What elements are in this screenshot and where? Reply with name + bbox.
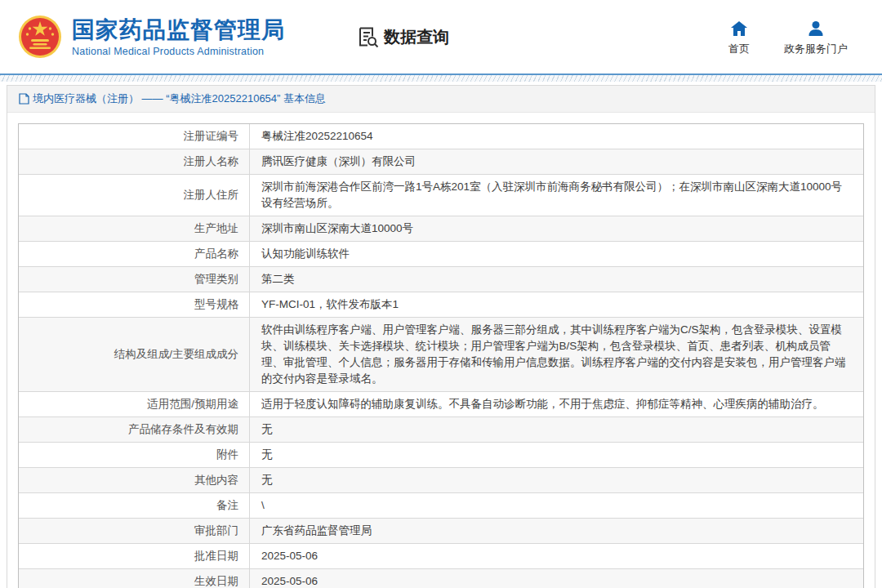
data-query-label: 数据查询 [384, 26, 449, 48]
content-panel: 境内医疗器械（注册） —— “粤械注准20252210654” 基本信息 注册证… [7, 85, 875, 588]
national-emblem-icon [18, 15, 62, 59]
table-row: 生效日期 2025-05-06 [19, 569, 863, 588]
table-row: 注册人住所 深圳市前海深港合作区前湾一路1号A栋201室（入驻深圳市前海商务秘书… [19, 175, 863, 216]
field-value: YF-MCI-01，软件发布版本1 [250, 292, 863, 317]
registration-info-table: 注册证编号 粤械注准20252210654 注册人名称 腾讯医疗健康（深圳）有限… [18, 123, 864, 588]
field-label: 管理类别 [19, 267, 250, 292]
field-value: 2025-05-06 [250, 569, 863, 588]
field-label: 其他内容 [19, 468, 250, 492]
field-label: 备注 [19, 493, 250, 518]
org-title-en: National Medical Products Administration [72, 46, 285, 57]
field-value: 无 [250, 468, 863, 492]
page-icon [19, 93, 29, 105]
field-value: \ [250, 493, 863, 518]
field-value: 软件由训练程序客户端、用户管理客户端、服务器三部分组成，其中训练程序客户端为C/… [250, 318, 863, 391]
field-label: 批准日期 [19, 544, 250, 568]
field-value: 腾讯医疗健康（深圳）有限公司 [250, 149, 863, 174]
field-label: 适用范围/预期用途 [19, 392, 250, 416]
field-label: 生效日期 [19, 569, 250, 588]
field-value: 2025-05-06 [250, 544, 863, 568]
header-logo[interactable]: 国家药品监督管理局 National Medical Products Admi… [18, 15, 285, 59]
nav-portal-label: 政务服务门户 [784, 42, 848, 56]
field-value: 无 [250, 417, 863, 442]
table-row: 适用范围/预期用途 适用于轻度认知障碍的辅助康复训练。不具备自动诊断功能，不用于… [19, 392, 863, 417]
hatched-divider [0, 74, 882, 82]
data-query-tab[interactable]: 数据查询 [357, 26, 449, 48]
table-row: 生产地址 深圳市南山区深南大道10000号 [19, 216, 863, 242]
table-row: 附件 无 [19, 443, 863, 468]
nav-home[interactable]: 首页 [728, 20, 750, 56]
field-label: 结构及组成/主要组成成分 [19, 318, 250, 391]
site-header: 国家药品监督管理局 National Medical Products Admi… [0, 0, 882, 74]
person-icon [807, 20, 825, 38]
field-value: 适用于轻度认知障碍的辅助康复训练。不具备自动诊断功能，不用于焦虑症、抑郁症等精神… [250, 392, 863, 416]
field-label: 型号规格 [19, 292, 250, 317]
field-label: 产品名称 [19, 242, 250, 266]
breadcrumb-text: 境内医疗器械（注册） —— “粤械注准20252210654” 基本信息 [33, 91, 326, 106]
table-row: 审批部门 广东省药品监督管理局 [19, 519, 863, 544]
table-row: 结构及组成/主要组成成分 软件由训练程序客户端、用户管理客户端、服务器三部分组成… [19, 318, 863, 392]
table-row: 管理类别 第二类 [19, 267, 863, 292]
field-label: 注册证编号 [19, 124, 250, 149]
field-label: 附件 [19, 443, 250, 467]
nav-portal[interactable]: 政务服务门户 [784, 20, 848, 56]
field-label: 产品储存条件及有效期 [19, 417, 250, 442]
table-row: 其他内容 无 [19, 468, 863, 493]
table-row: 备注 \ [19, 493, 863, 519]
field-label: 审批部门 [19, 519, 250, 543]
table-row: 产品名称 认知功能训练软件 [19, 242, 863, 267]
field-value: 粤械注准20252210654 [250, 124, 863, 149]
field-value: 第二类 [250, 267, 863, 292]
breadcrumb: 境内医疗器械（注册） —— “粤械注准20252210654” 基本信息 [7, 86, 875, 113]
field-value: 广东省药品监督管理局 [250, 519, 863, 543]
field-label: 注册人名称 [19, 149, 250, 174]
table-row: 注册证编号 粤械注准20252210654 [19, 124, 863, 149]
field-value: 无 [250, 443, 863, 467]
field-value: 深圳市南山区深南大道10000号 [250, 216, 863, 241]
field-value: 认知功能训练软件 [250, 242, 863, 266]
nav-home-label: 首页 [728, 42, 750, 56]
document-search-icon [357, 26, 379, 48]
table-row: 批准日期 2025-05-06 [19, 544, 863, 569]
table-row: 产品储存条件及有效期 无 [19, 417, 863, 443]
table-row: 型号规格 YF-MCI-01，软件发布版本1 [19, 292, 863, 318]
table-row: 注册人名称 腾讯医疗健康（深圳）有限公司 [19, 149, 863, 175]
home-icon [730, 20, 748, 38]
field-label: 生产地址 [19, 216, 250, 241]
field-value: 深圳市前海深港合作区前湾一路1号A栋201室（入驻深圳市前海商务秘书有限公司）；… [250, 175, 863, 216]
header-nav: 首页 政务服务门户 [728, 20, 848, 56]
org-title-zh: 国家药品监督管理局 [72, 17, 285, 43]
field-label: 注册人住所 [19, 175, 250, 216]
